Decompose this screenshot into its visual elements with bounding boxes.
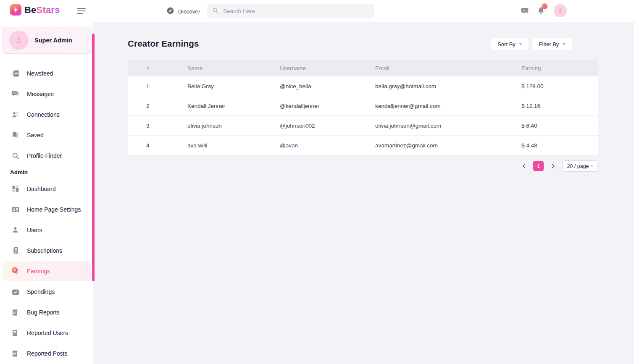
- bug-reports-icon: [11, 308, 20, 317]
- sidebar-item-bug-reports[interactable]: Bug Reports: [0, 302, 93, 322]
- compass-icon: [166, 7, 174, 16]
- subscriptions-icon: [11, 246, 20, 255]
- table-row[interactable]: 4 ava willi @avan avamartinez@gmail.com …: [128, 135, 598, 155]
- column-header-username: Username: [280, 65, 375, 71]
- table-row[interactable]: 1 Bella Gray @nice_bella bella.gray@hotm…: [128, 76, 598, 96]
- dashboard-icon: [11, 184, 20, 193]
- profile-finder-icon: [11, 151, 20, 160]
- chevron-down-icon: [591, 165, 593, 167]
- sidebar-item-home-page-settings[interactable]: Home Page Settings: [0, 199, 93, 220]
- creator-earnings-table: # Name Username Email Earning 1 Bella Gr…: [128, 60, 598, 155]
- chevron-down-icon: [519, 43, 522, 45]
- prev-page-button[interactable]: [519, 161, 529, 171]
- star-icon: [10, 4, 21, 16]
- discover-button[interactable]: Discover: [166, 7, 200, 16]
- sidebar-item-users[interactable]: Users: [0, 220, 93, 240]
- sidebar-item-earnings[interactable]: $ Earnings: [3, 261, 91, 281]
- column-header-email: Email: [375, 65, 521, 71]
- sidebar-item-reported-posts[interactable]: Reported Posts: [0, 343, 93, 364]
- search-icon: [212, 7, 219, 16]
- svg-text:$: $: [14, 268, 16, 272]
- saved-icon: [11, 131, 20, 139]
- sidebar-item-reported-users[interactable]: Reported Users: [0, 322, 93, 343]
- filter-by-button[interactable]: Filter By: [532, 38, 572, 50]
- sidebar-item-connections[interactable]: Connections: [0, 104, 93, 125]
- page-title: Creator Earnings: [128, 39, 199, 49]
- pagination: 1 20 / page: [128, 160, 598, 172]
- newsfeed-icon: [11, 69, 20, 78]
- chat-icon[interactable]: [521, 7, 529, 17]
- main-content: Creator Earnings Sort By Filter By # Nam…: [93, 22, 634, 364]
- sidebar-nav: Newsfeed Messages Connections Saved Prof…: [0, 63, 93, 364]
- sidebar: Super Admin Newsfeed Messages Connection…: [0, 22, 93, 364]
- topbar: BeStars Discover: [0, 0, 634, 22]
- user-card-super-admin[interactable]: Super Admin: [2, 27, 92, 54]
- reported-users-icon: [11, 328, 20, 337]
- super-admin-avatar: [9, 31, 29, 50]
- messages-icon: [11, 89, 20, 98]
- table-header-row: # Name Username Email Earning: [128, 60, 598, 76]
- menu-toggle-icon[interactable]: [77, 8, 86, 14]
- earnings-coin-icon: $: [11, 267, 20, 275]
- brand-name: BeStars: [24, 5, 60, 16]
- sidebar-item-newsfeed[interactable]: Newsfeed: [0, 63, 93, 84]
- sidebar-scrollbar-thumb[interactable]: [92, 34, 95, 281]
- user-card-label: Super Admin: [34, 37, 72, 44]
- table-row[interactable]: 2 Kendall Jenner @kendalljenner kendallj…: [128, 96, 598, 115]
- connections-icon: [11, 110, 20, 119]
- sidebar-item-dashboard[interactable]: Dashboard: [0, 178, 93, 199]
- discover-label: Discover: [178, 8, 200, 15]
- page-number-button[interactable]: 1: [533, 161, 544, 171]
- reported-posts-icon: [11, 349, 20, 358]
- column-header-earning: Earning: [521, 65, 598, 71]
- column-header-name: Name: [187, 65, 280, 71]
- spendings-wallet-icon: [11, 287, 20, 296]
- search-bar: [207, 4, 374, 18]
- search-input[interactable]: [223, 8, 358, 14]
- user-avatar[interactable]: [554, 4, 567, 17]
- admin-section-label: Admin: [0, 166, 93, 178]
- sort-by-button[interactable]: Sort By: [491, 38, 529, 50]
- column-header-num: #: [146, 65, 187, 71]
- sidebar-item-profile-finder[interactable]: Profile Finder: [0, 145, 93, 166]
- users-icon: [11, 225, 20, 234]
- page-size-select[interactable]: 20 / page: [562, 160, 598, 172]
- table-row[interactable]: 3 olivia johnson @johnson002 olivia.john…: [128, 115, 598, 135]
- sidebar-item-messages[interactable]: Messages: [0, 84, 93, 104]
- sidebar-item-subscriptions[interactable]: Subscriptions: [0, 240, 93, 261]
- notification-badge: [542, 3, 547, 9]
- notifications-bell-icon[interactable]: [537, 6, 545, 17]
- sidebar-item-saved[interactable]: Saved: [0, 125, 93, 145]
- brand-logo[interactable]: BeStars: [10, 4, 60, 16]
- chevron-down-icon: [562, 43, 566, 45]
- home-page-settings-icon: [11, 205, 20, 214]
- sidebar-item-spendings[interactable]: Spendings: [0, 281, 93, 302]
- next-page-button[interactable]: [548, 161, 558, 171]
